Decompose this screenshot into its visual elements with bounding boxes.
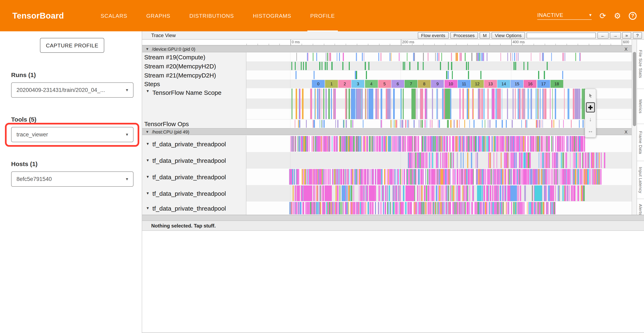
pointer-tool-icon[interactable] xyxy=(586,91,595,101)
right-tab-input-latency[interactable]: Input Latency xyxy=(637,161,644,199)
gpu-row-text-0: Stream #19(Compute) xyxy=(144,53,206,60)
gpu-row-track-1[interactable] xyxy=(246,62,632,70)
right-tab-frame-data[interactable]: Frame Data xyxy=(637,124,644,161)
refresh-icon[interactable]: ⟳ xyxy=(600,12,606,20)
nav-tab-profile[interactable]: PROFILE xyxy=(301,0,344,31)
step-block-15[interactable]: 15 xyxy=(511,80,524,88)
gpu-row-3: Steps0123456789101112131415161718 xyxy=(142,80,632,88)
gpu-row-track-3[interactable]: 0123456789101112131415161718 xyxy=(246,80,632,88)
toolbar-buttons: Flow eventsProcessesMView Options xyxy=(418,32,525,38)
cpu-row-text-3: tf_data_private_threadpool xyxy=(152,190,226,197)
cpu-row-track-4[interactable] xyxy=(246,202,632,215)
step-block-7[interactable]: 7 xyxy=(404,80,418,88)
pan-tool-icon[interactable]: ↓ xyxy=(586,114,595,124)
step-block-10[interactable]: 10 xyxy=(444,80,457,88)
cpu-row-label-4[interactable]: ▼tf_data_private_threadpool xyxy=(142,202,246,215)
step-block-5[interactable]: 5 xyxy=(378,80,391,88)
horizontal-splitter[interactable] xyxy=(142,215,644,221)
toolbar-button-processes[interactable]: Processes xyxy=(450,32,478,38)
chevron-down-icon: ▾ xyxy=(589,12,592,18)
step-block-3[interactable]: 3 xyxy=(352,80,364,88)
cpu-row-label-1[interactable]: ▼tf_data_private_threadpool xyxy=(142,152,246,168)
right-tab-file-size-stats[interactable]: File Size Stats xyxy=(637,40,644,89)
collapse-triangle-icon: ▼ xyxy=(146,158,150,162)
top-bar: TensorBoard SCALARSGRAPHSDISTRIBUTIONSHI… xyxy=(0,0,644,31)
step-block-17[interactable]: 17 xyxy=(537,80,550,88)
cpu-row-track-1[interactable] xyxy=(246,152,632,168)
timing-tool-icon[interactable]: ↔ xyxy=(586,125,595,136)
cpu-row-label-2[interactable]: ▼tf_data_private_threadpool xyxy=(142,168,246,185)
cpu-row-label-0[interactable]: ▼tf_data_private_threadpool xyxy=(142,136,246,152)
runs-dropdown[interactable]: 20200409-231431/train/2020_04_... ▾ xyxy=(11,82,134,98)
cpu-row-track-3[interactable] xyxy=(246,185,632,202)
capture-profile-button[interactable]: CAPTURE PROFILE xyxy=(40,38,104,53)
step-block-6[interactable]: 6 xyxy=(392,80,404,88)
step-block-1[interactable]: 1 xyxy=(325,80,338,88)
cpu-row-track-0[interactable] xyxy=(246,136,632,152)
status-dropdown[interactable]: INACTIVE ▾ xyxy=(537,12,592,20)
step-block-2[interactable]: 2 xyxy=(338,80,351,88)
hosts-dropdown[interactable]: 8efc5e791540 ▾ xyxy=(11,172,134,187)
zoom-tool-icon[interactable]: ✚ xyxy=(586,102,595,112)
cpu-row-track-2[interactable] xyxy=(246,168,632,185)
cpu-trace-canvas-2 xyxy=(246,168,632,185)
trace-help-button[interactable]: ? xyxy=(633,32,642,38)
status-label: INACTIVE xyxy=(537,12,563,18)
gear-icon[interactable]: ⚙ xyxy=(614,12,621,20)
cpu-row-text-1: tf_data_private_threadpool xyxy=(152,157,226,164)
trace-tool-palette: ✚ ↓ ↔ xyxy=(585,88,596,138)
collapse-triangle-icon: ▼ xyxy=(146,142,150,146)
gpu-row-track-2[interactable] xyxy=(246,70,632,80)
gpu-row-label-1: Stream #20(MemcpyH2D) xyxy=(142,62,246,70)
app-title: TensorBoard xyxy=(12,11,64,20)
trace-search-input[interactable] xyxy=(526,32,596,38)
step-block-13[interactable]: 13 xyxy=(484,80,497,88)
cpu-trace-canvas-0 xyxy=(246,136,632,152)
gpu-row-label-4[interactable]: ▼TensorFlow Name Scope xyxy=(142,88,246,120)
nav-tab-distributions[interactable]: DISTRIBUTIONS xyxy=(180,0,243,31)
cpu-section-header[interactable]: ▼ /host:CPU (pid 49) X xyxy=(142,128,632,135)
tools-label: Tools (5) xyxy=(11,116,36,123)
step-block-9[interactable]: 9 xyxy=(431,80,444,88)
nav-tab-histograms[interactable]: HISTOGRAMS xyxy=(244,0,301,31)
gpu-row-label-5: TensorFlow Ops xyxy=(142,120,246,128)
gpu-row-5: TensorFlow Ops xyxy=(142,120,632,128)
toolbar-nav-button-0[interactable]: ← xyxy=(598,32,608,38)
gpu-row-0: Stream #19(Compute) xyxy=(142,52,632,62)
cpu-row-0: ▼tf_data_private_threadpool xyxy=(142,136,632,152)
step-block-18[interactable]: 18 xyxy=(550,80,563,88)
step-block-11[interactable]: 11 xyxy=(458,80,470,88)
right-tab-metrics[interactable]: Metrics xyxy=(637,89,644,124)
cpu-row-1: ▼tf_data_private_threadpool xyxy=(142,152,632,168)
step-block-12[interactable]: 12 xyxy=(471,80,484,88)
step-block-8[interactable]: 8 xyxy=(418,80,430,88)
cpu-row-label-3[interactable]: ▼tf_data_private_threadpool xyxy=(142,185,246,202)
cpu-row-text-4: tf_data_private_threadpool xyxy=(152,204,226,212)
toolbar-button-view-options[interactable]: View Options xyxy=(492,32,525,38)
nav-tab-scalars[interactable]: SCALARS xyxy=(91,0,137,31)
collapse-triangle-icon: ▼ xyxy=(146,206,150,210)
gpu-row-2: Stream #21(MemcpyD2H) xyxy=(142,70,632,80)
close-icon[interactable]: X xyxy=(624,129,628,134)
timeline-ruler[interactable] xyxy=(142,40,644,45)
close-icon[interactable]: X xyxy=(624,46,628,51)
scrollbar-thumb[interactable] xyxy=(633,52,636,126)
gpu-row-label-0: Stream #19(Compute) xyxy=(142,52,246,62)
step-block-4[interactable]: 4 xyxy=(365,80,378,88)
gpu-row-track-5[interactable] xyxy=(246,120,632,128)
help-icon[interactable]: ? xyxy=(629,12,636,20)
details-text: Nothing selected. Tap stuff. xyxy=(151,223,216,228)
cpu-trace-canvas-1 xyxy=(246,152,632,168)
toolbar-nav-button-2[interactable]: » xyxy=(622,32,631,38)
gpu-section-header[interactable]: ▼ /device:GPU:0 (pid 0) X xyxy=(142,45,632,52)
toolbar-button-flow-events[interactable]: Flow events xyxy=(418,32,448,38)
step-block-16[interactable]: 16 xyxy=(524,80,537,88)
step-block-14[interactable]: 14 xyxy=(497,80,510,88)
gpu-row-track-0[interactable] xyxy=(246,52,632,62)
toolbar-button-m[interactable]: M xyxy=(480,32,490,38)
gpu-row-track-4[interactable] xyxy=(246,88,632,120)
nav-tab-graphs[interactable]: GRAPHS xyxy=(137,0,180,31)
toolbar-nav-button-1[interactable]: → xyxy=(610,32,621,38)
step-block-0[interactable]: 0 xyxy=(312,80,325,88)
tools-dropdown[interactable]: trace_viewer ▾ xyxy=(11,127,134,142)
